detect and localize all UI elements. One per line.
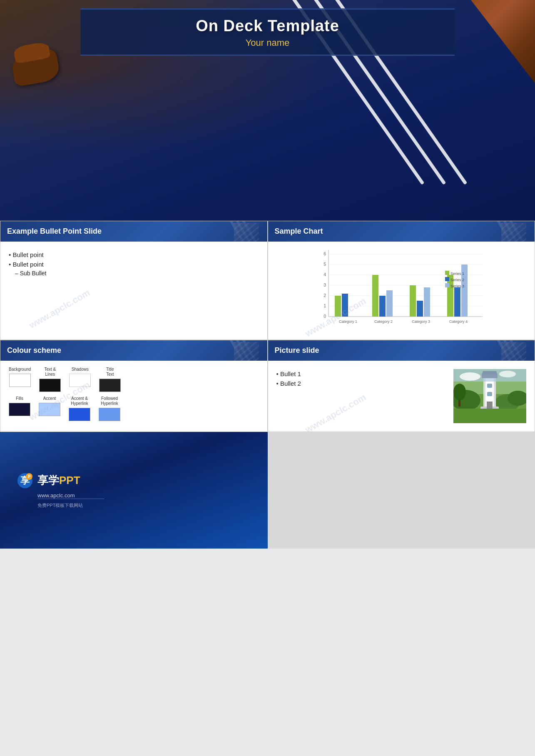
colour-swatch [39,403,60,416]
colour-slide-header: Colour scheme [0,340,267,361]
colour-swatch [69,374,91,387]
brand-url: www.apclc.com [37,492,75,499]
bullet-slide-panel: Example Bullet Point Slide Bullet point … [0,221,268,340]
picture-slide-content: Bullet 1 Bullet 2 [268,361,535,432]
list-item: Bullet 1 [276,369,448,379]
svg-text:Category 2: Category 2 [374,319,393,324]
svg-point-39 [499,371,516,377]
chart-area: 0 1 2 3 4 5 6 [268,242,535,339]
bottom-area: 享 P 享学PPT www.apclc.com 免费PPT模板下载网站 [0,432,535,549]
chart-slide-panel: Sample Chart 0 [268,221,535,340]
picture-slide-panel: Picture slide Bullet 1 Bullet 2 [268,340,535,432]
title-slide: On Deck Template Your name [0,0,535,221]
lighthouse-image [453,369,526,423]
bar-cat3-s2 [417,301,423,317]
svg-point-35 [453,384,466,400]
colour-item-text-lines: Text &Lines [39,367,61,392]
bar-cat4-s2 [454,287,460,317]
brand-logo: 享 P 享学PPT [17,472,80,489]
brand-name: 享学PPT [37,473,80,488]
list-item: Bullet 2 [276,379,448,388]
colour-row-bottom: Fills Accent Accent &Hyperlink FollowedH… [9,396,259,421]
bar-chart-svg: 0 1 2 3 4 5 6 [308,246,495,337]
colour-item-shadows: Shadows [69,367,91,387]
colour-label: FollowedHyperlink [101,396,118,406]
colour-swatch [99,408,120,421]
svg-text:3: 3 [323,283,326,287]
colour-item-background: Background [9,367,31,387]
legend-s2-box [445,277,449,281]
subtitle: Your name [93,37,443,48]
svg-text:Category 3: Category 3 [412,319,430,324]
bullet-list: Bullet point Bullet point Sub Bullet [9,250,259,279]
svg-point-38 [460,372,480,381]
colour-label: Accent &Hyperlink [71,396,88,406]
bar-cat2-s3 [386,290,393,317]
brand-icon: 享 P [17,472,33,489]
colour-label: Accent [43,396,56,401]
colour-swatch [9,403,30,416]
bullet-slide-content: Bullet point Bullet point Sub Bullet [0,242,267,333]
picture-slide-header: Picture slide [268,340,535,361]
chart-slide-title: Sample Chart [275,227,323,236]
legend-s3-box [445,283,449,287]
svg-text:0: 0 [323,314,326,319]
bar-cat1-s2 [342,294,348,317]
colour-swatch [9,374,31,387]
colour-slide-panel: Colour scheme Background Text &Lines [0,340,268,432]
colour-label: TitleText [106,367,114,377]
svg-text:Category 4: Category 4 [449,319,468,324]
svg-text:Category 1: Category 1 [339,319,357,324]
bullet-slide-header: Example Bullet Point Slide [0,221,267,242]
svg-text:5: 5 [323,262,326,267]
sub-bullet-list: Sub Bullet [9,269,259,278]
list-item: Bullet point [9,250,259,259]
svg-rect-31 [487,392,492,396]
colour-row-top: Background Text &Lines Shadows TitleText [9,367,259,392]
picture-bullet-list: Bullet 1 Bullet 2 [276,369,448,388]
grey-panel [268,432,535,549]
brand-panel: 享 P 享学PPT www.apclc.com 免费PPT模板下载网站 [0,432,268,549]
colour-swatch [69,408,90,421]
colour-slide-title: Colour scheme [7,346,61,355]
colour-item-accent-hyperlink: Accent &Hyperlink [69,396,90,421]
slides-grid: Example Bullet Point Slide Bullet point … [0,221,535,432]
picture-bullets: Bullet 1 Bullet 2 [276,369,448,388]
colour-label: Shadows [72,367,89,372]
colour-label: Fills [16,396,23,401]
svg-text:4: 4 [323,272,326,277]
bullet-slide-title: Example Bullet Point Slide [7,227,102,236]
legend-s3-label: Series 3 [450,284,464,288]
bar-cat3-s1 [410,285,416,317]
svg-text:1: 1 [323,304,326,308]
legend-s1-box [445,271,449,275]
colour-swatch [99,379,121,392]
bar-cat2-s1 [372,275,378,317]
main-title: On Deck Template [93,17,443,35]
colour-label: Background [9,367,31,372]
brand-divider [37,499,104,499]
list-item: Sub Bullet [15,269,259,278]
colour-swatch [39,379,61,392]
svg-rect-30 [487,384,492,388]
list-item: Bullet point Sub Bullet [9,259,259,279]
colour-label: Text &Lines [44,367,56,377]
legend-s1-label: Series 1 [450,272,464,276]
bar-cat1-s1 [335,296,341,317]
svg-text:P: P [28,474,31,479]
colour-item-followed-hyperlink: FollowedHyperlink [99,396,120,421]
brand-tagline: 免费PPT模板下载网站 [37,502,83,509]
svg-rect-33 [487,402,493,409]
chart-slide-header: Sample Chart [268,221,535,242]
colour-item-accent: Accent [39,396,60,416]
bar-cat3-s3 [424,287,430,317]
brand-name-suffix: PPT [59,474,80,487]
title-text-box: On Deck Template Your name [80,8,455,56]
bar-cat2-s2 [379,296,386,317]
svg-rect-36 [453,409,526,423]
svg-text:2: 2 [323,293,326,298]
lighthouse-svg [453,369,526,423]
colour-scheme-content: Background Text &Lines Shadows TitleText [0,361,267,432]
legend-s2-label: Series 2 [450,278,464,282]
colour-item-fills: Fills [9,396,30,416]
